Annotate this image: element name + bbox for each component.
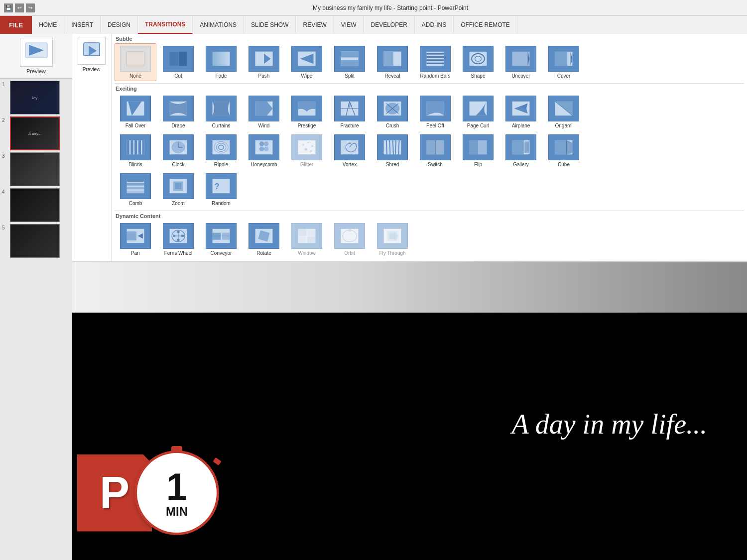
tab-transitions[interactable]: TRANSITIONS (138, 16, 193, 34)
transition-drape[interactable]: Drape (157, 93, 199, 131)
tab-officeremote[interactable]: OFFICE REMOTE (454, 16, 517, 34)
tab-insert[interactable]: INSERT (64, 16, 101, 34)
transition-peel-off[interactable]: Peel Off (414, 93, 456, 131)
menu-bar: FILE HOME INSERT DESIGN TRANSITIONS ANIM… (0, 16, 747, 34)
transition-none[interactable]: None (115, 43, 156, 81)
svg-rect-2 (127, 52, 144, 66)
transition-fade[interactable]: Fade (200, 43, 242, 81)
transition-conveyor[interactable]: Conveyor (200, 221, 242, 258)
svg-rect-114 (177, 239, 179, 241)
transition-airplane[interactable]: Airplane (500, 93, 542, 131)
section-divider-1 (115, 83, 744, 84)
svg-rect-118 (213, 233, 221, 240)
svg-rect-12 (341, 60, 359, 66)
tab-animations[interactable]: ANIMATIONS (193, 16, 244, 34)
transition-honeycomb[interactable]: Honeycomb (243, 132, 285, 170)
svg-rect-56 (134, 140, 137, 154)
svg-rect-127 (307, 236, 316, 243)
transition-shred[interactable]: Shred (372, 132, 413, 170)
svg-rect-103 (175, 184, 181, 189)
transition-glitter[interactable]: Glitter (286, 132, 328, 170)
transition-comb[interactable]: Comb (115, 171, 156, 209)
transition-vortex[interactable]: Vortex (329, 132, 371, 170)
svg-rect-16 (427, 53, 444, 54)
transition-wipe[interactable]: Wipe (286, 43, 328, 81)
preview-button[interactable] (20, 38, 53, 67)
transition-random[interactable]: ? Random (200, 171, 242, 209)
transition-orbit[interactable]: Orbit (329, 221, 371, 258)
tab-slideshow[interactable]: SLIDE SHOW (244, 16, 296, 34)
transition-origami[interactable]: Origami (543, 93, 585, 131)
transition-switch[interactable]: Switch (414, 132, 456, 170)
svg-rect-57 (138, 140, 141, 154)
transition-fracture[interactable]: Fracture (329, 93, 371, 131)
transition-ripple[interactable]: Ripple (200, 132, 242, 170)
transition-gallery[interactable]: Gallery (500, 132, 542, 170)
tab-addins[interactable]: ADD-INS (415, 16, 454, 34)
window-title: My business my family my life - Starting… (38, 4, 743, 11)
transition-fly-through[interactable]: Fly Through (372, 221, 413, 258)
section-divider-2 (115, 211, 744, 211)
transition-ferris-wheel[interactable]: Ferris Wheel (157, 221, 199, 258)
slide-thumb-2[interactable]: 2 A day... (2, 116, 70, 150)
transition-fall-over[interactable]: Fall Over (115, 93, 156, 131)
svg-marker-88 (470, 140, 478, 154)
tab-review[interactable]: REVIEW (296, 16, 334, 34)
transition-cover[interactable]: Cover (543, 43, 585, 81)
svg-rect-107 (127, 231, 136, 240)
svg-rect-28 (555, 52, 568, 66)
svg-rect-100 (127, 191, 144, 193)
transition-crush[interactable]: Crush (372, 93, 413, 131)
svg-rect-99 (127, 187, 144, 189)
tab-developer[interactable]: DEVELOPER (364, 16, 414, 34)
svg-rect-58 (142, 140, 144, 154)
menu-file[interactable]: FILE (0, 16, 32, 34)
svg-point-74 (307, 142, 309, 144)
transition-push[interactable]: Push (243, 43, 285, 81)
transition-page-curl[interactable]: Page Curl (457, 93, 499, 131)
svg-point-75 (311, 145, 313, 147)
undo-icon[interactable]: ↩ (15, 3, 24, 12)
transition-zoom[interactable]: Zoom (157, 171, 199, 209)
preview-icon-box[interactable] (78, 37, 106, 65)
tab-view[interactable]: VIEW (334, 16, 364, 34)
transition-pan[interactable]: Pan (115, 221, 156, 258)
transition-prestige[interactable]: Prestige (286, 93, 328, 131)
svg-rect-93 (555, 140, 567, 154)
transition-flip[interactable]: Flip (457, 132, 499, 170)
transition-rotate[interactable]: Rotate (243, 221, 285, 258)
svg-rect-125 (307, 229, 316, 236)
svg-point-76 (304, 148, 307, 150)
dynamic-section-title: Dynamic Content (115, 213, 744, 219)
svg-rect-97 (127, 179, 144, 182)
preview-label: Preview (83, 67, 101, 72)
slide-thumb-1[interactable]: 1 My (2, 81, 70, 114)
transition-cut[interactable]: Cut (157, 43, 199, 81)
svg-point-130 (348, 229, 351, 231)
svg-rect-113 (177, 231, 179, 233)
tab-home[interactable]: HOME (32, 16, 64, 34)
title-bar: 💾 ↩ ↪ My business my family my life - St… (0, 0, 747, 16)
tab-design[interactable]: DESIGN (101, 16, 138, 34)
transition-shape[interactable]: Shape (457, 43, 499, 81)
slide-thumb-5[interactable]: 5 (2, 224, 70, 258)
svg-rect-72 (298, 140, 316, 154)
redo-icon[interactable]: ↪ (26, 3, 35, 12)
transition-uncover[interactable]: Uncover (500, 43, 542, 81)
transition-random-bars[interactable]: Random Bars (414, 43, 456, 81)
transition-curtains[interactable]: Curtains (200, 93, 242, 131)
transition-clock[interactable]: Clock (157, 132, 199, 170)
svg-rect-119 (222, 233, 230, 240)
transition-blinds[interactable]: Blinds (115, 132, 156, 170)
transition-wind[interactable]: Wind (243, 93, 285, 131)
ppt-logo-letter: P (100, 467, 129, 519)
slide-thumb-3[interactable]: 3 (2, 152, 70, 186)
transition-split[interactable]: Split (329, 43, 371, 81)
preview-text: Preview (26, 68, 46, 74)
transition-cube[interactable]: Cube (543, 132, 585, 170)
svg-rect-24 (512, 52, 530, 66)
save-icon[interactable]: 💾 (4, 3, 13, 12)
transition-window[interactable]: Window (286, 221, 328, 258)
transition-reveal[interactable]: Reveal (372, 43, 413, 81)
slide-thumb-4[interactable]: 4 (2, 188, 70, 222)
